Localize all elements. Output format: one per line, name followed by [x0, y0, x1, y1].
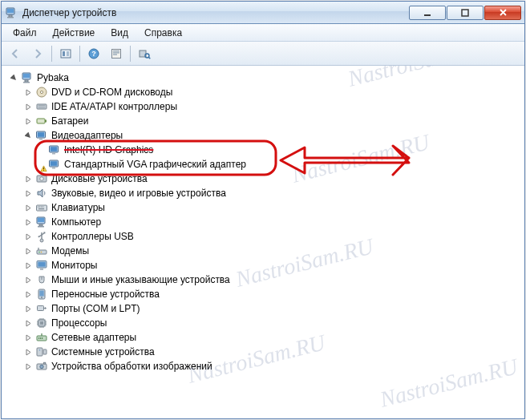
- tree-label: Модемы: [51, 245, 89, 256]
- tree-category-modem[interactable]: Модемы: [8, 244, 521, 258]
- tree-category-dvd[interactable]: DVD и CD-ROM дисководы: [8, 85, 521, 99]
- svg-rect-55: [67, 51, 69, 56]
- expander-icon[interactable]: [22, 115, 34, 127]
- tree-label: Звуковые, видео и игровые устройства: [51, 188, 226, 199]
- imaging-icon: [35, 360, 48, 373]
- port-icon: [35, 302, 48, 315]
- properties-toolbar-button[interactable]: [106, 44, 127, 63]
- tree-category-ide[interactable]: IDE ATA/ATAPI контроллеры: [8, 99, 521, 114]
- tree-category-portable[interactable]: Переносные устройства: [8, 287, 521, 301]
- tree-category-network[interactable]: Сетевые адаптеры: [8, 330, 521, 345]
- toolbar: ?: [2, 42, 524, 66]
- tree-root-label: Pybaka: [37, 72, 69, 83]
- tree-label: Видеоадаптеры: [51, 130, 123, 141]
- expander-icon[interactable]: [22, 289, 34, 300]
- ide-icon: [35, 100, 48, 113]
- network-icon: [35, 331, 48, 344]
- expander-icon[interactable]: [22, 101, 34, 112]
- svg-rect-51: [424, 14, 431, 16]
- tree-label: Порты (COM и LPT): [51, 303, 140, 314]
- modem-icon: [35, 244, 48, 257]
- tree-label: Дисковые устройства: [51, 173, 148, 184]
- tree-root[interactable]: Pybaka: [8, 71, 521, 85]
- tree-category-monitor[interactable]: Мониторы: [8, 258, 521, 273]
- expander-icon[interactable]: [22, 202, 34, 213]
- expander-icon[interactable]: [22, 303, 34, 314]
- expander-icon[interactable]: [8, 72, 19, 83]
- sound-icon: [35, 187, 48, 200]
- tree-label: Переносные устройства: [51, 289, 160, 300]
- tree-category-keyboard[interactable]: Клавиатуры: [8, 200, 521, 215]
- window-title: Диспетчер устройств: [22, 7, 409, 18]
- tree-device-intel-hd[interactable]: Intel(R) HD Graphics: [8, 143, 521, 157]
- tree-category-computer[interactable]: Компьютер: [8, 215, 521, 229]
- scan-hardware-button[interactable]: [134, 44, 155, 63]
- expander-icon[interactable]: [22, 361, 34, 372]
- tree-label: Системные устройства: [51, 346, 155, 357]
- expander-icon[interactable]: [22, 231, 34, 242]
- tree-label: Устройства обработки изображений: [51, 361, 212, 372]
- usb-icon: [35, 230, 48, 243]
- tree-label: Компьютер: [51, 216, 101, 228]
- tree-label: Мыши и иные указывающие устройства: [51, 274, 230, 285]
- system-icon: [35, 345, 48, 358]
- menu-view[interactable]: Вид: [103, 26, 136, 40]
- computer-icon: [21, 71, 34, 84]
- maximize-button[interactable]: [447, 6, 484, 20]
- tree-label: Батареи: [51, 115, 88, 127]
- tree-label: Intel(R) HD Graphics: [64, 144, 153, 155]
- tree-category-imaging[interactable]: Устройства обработки изображений: [8, 359, 521, 374]
- expander-icon[interactable]: [22, 332, 34, 343]
- battery-icon: [35, 115, 48, 127]
- tree-label: Контроллеры USB: [51, 231, 134, 242]
- forward-button[interactable]: [27, 44, 48, 63]
- tree-label: IDE ATA/ATAPI контроллеры: [51, 101, 177, 112]
- monitor-icon: [35, 259, 48, 272]
- expander-icon[interactable]: [22, 346, 34, 357]
- menubar: Файл Действие Вид Справка: [2, 24, 524, 42]
- menu-help[interactable]: Справка: [136, 26, 190, 40]
- show-hidden-button[interactable]: [55, 44, 76, 63]
- device-tree[interactable]: Pybaka DVD и CD-ROM дисководы IDE ATA/AT…: [2, 66, 524, 418]
- back-button[interactable]: [5, 44, 26, 63]
- close-button[interactable]: [484, 6, 521, 20]
- titlebar[interactable]: Диспетчер устройств: [2, 2, 524, 24]
- tree-category-display-adapters[interactable]: Видеоадаптеры: [8, 128, 521, 143]
- tree-category-sound[interactable]: Звуковые, видео и игровые устройства: [8, 186, 521, 200]
- svg-rect-60: [113, 52, 119, 53]
- help-toolbar-button[interactable]: ?: [83, 44, 104, 63]
- menu-action[interactable]: Действие: [45, 26, 103, 40]
- tree-label: DVD и CD-ROM дисководы: [51, 87, 172, 98]
- tree-label: Процессоры: [51, 317, 107, 329]
- svg-rect-61: [113, 54, 117, 55]
- tree-category-cpu[interactable]: Процессоры: [8, 316, 521, 330]
- tree-device-standard-vga[interactable]: Стандартный VGA графический адаптер: [8, 157, 521, 172]
- toolbar-separator: [51, 46, 52, 62]
- expander-icon[interactable]: [22, 260, 34, 271]
- minimize-button[interactable]: [409, 6, 446, 20]
- tree-category-ports[interactable]: Порты (COM и LPT): [8, 301, 521, 316]
- expander-icon[interactable]: [22, 317, 34, 329]
- tree-category-disk[interactable]: Дисковые устройства: [8, 172, 521, 186]
- svg-rect-52: [462, 10, 468, 16]
- svg-rect-53: [61, 50, 71, 58]
- device-manager-window: Диспетчер устройств Файл Действие Вид Сп…: [1, 1, 525, 419]
- expander-icon[interactable]: [22, 130, 34, 141]
- tree-category-usb[interactable]: Контроллеры USB: [8, 229, 521, 244]
- tree-label: Стандартный VGA графический адаптер: [64, 159, 246, 170]
- tree-category-mouse[interactable]: Мыши и иные указывающие устройства: [8, 273, 521, 287]
- menu-file[interactable]: Файл: [5, 26, 45, 40]
- expander-icon[interactable]: [22, 274, 34, 285]
- tree-category-system[interactable]: Системные устройства: [8, 345, 521, 359]
- expander-icon[interactable]: [22, 173, 34, 184]
- tree-label: Сетевые адаптеры: [51, 332, 136, 343]
- display-icon: [48, 158, 61, 171]
- expander-icon[interactable]: [22, 216, 34, 228]
- app-icon: [5, 6, 18, 19]
- toolbar-separator: [130, 46, 131, 62]
- toolbar-separator: [79, 46, 80, 62]
- tree-category-battery[interactable]: Батареи: [8, 114, 521, 128]
- expander-icon[interactable]: [22, 188, 34, 199]
- expander-icon[interactable]: [22, 87, 34, 98]
- expander-icon[interactable]: [22, 245, 34, 256]
